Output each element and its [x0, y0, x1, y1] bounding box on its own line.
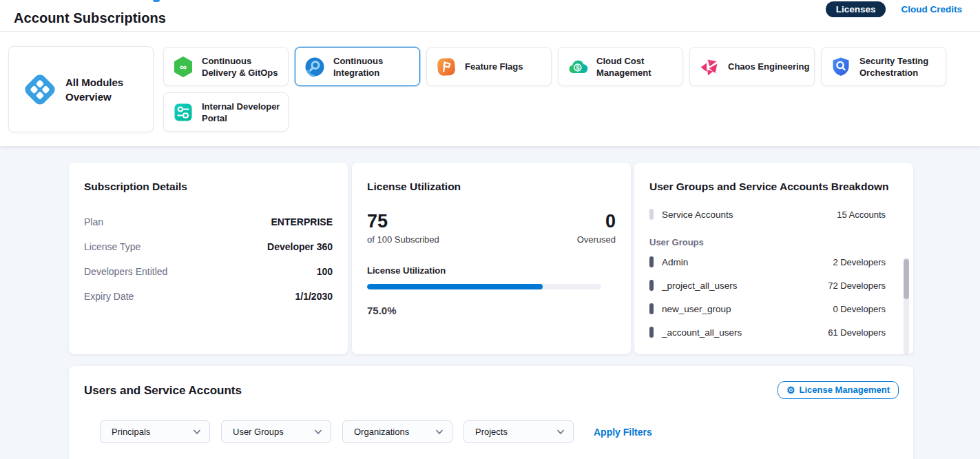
subscription-row-plan: Plan ENTERPRISE [84, 210, 333, 234]
licenses-tab-button[interactable]: Licenses [826, 1, 886, 17]
cloud-credits-link[interactable]: Cloud Credits [901, 4, 962, 14]
feature-flags-icon [435, 56, 457, 78]
projects-filter-dropdown[interactable]: Projects [463, 420, 574, 443]
page-title: Account Subscriptions [14, 10, 166, 26]
module-grid: ∞ Continuous Delivery & GitOps Continuou… [163, 47, 948, 132]
organizations-filter-dropdown[interactable]: Organizations [342, 420, 452, 443]
all-modules-overview-card[interactable]: All Modules Overview [8, 46, 154, 132]
apply-filters-link[interactable]: Apply Filters [594, 427, 652, 438]
license-counts: 75 of 100 Subscribed 0 Overused [367, 211, 616, 245]
user-group-marker [649, 256, 654, 267]
used-count: 75 [367, 211, 439, 232]
breakdown-title: User Groups and Service Accounts Breakdo… [649, 181, 898, 193]
svg-text:∞: ∞ [180, 61, 187, 72]
top-zone: Account Subscriptions Licenses Cloud Cre… [0, 0, 980, 146]
cloud-cost-icon: $ [567, 56, 589, 78]
overused-count-block: 0 Overused [577, 211, 616, 245]
user-group-row: _account_all_users 61 Developers [649, 320, 898, 344]
principals-filter-dropdown[interactable]: Principals [100, 420, 210, 443]
security-testing-icon [830, 56, 852, 78]
breakdown-scrollbar-thumb[interactable] [904, 259, 909, 299]
user-group-row: Admin 2 Developers [649, 250, 898, 274]
subscription-details-card: Subscription Details Plan ENTERPRISE Lic… [69, 163, 348, 354]
module-card-security-testing[interactable]: Security Testing Orchestration [821, 47, 946, 86]
users-section-card: Users and Service Accounts ⚙ License Man… [69, 366, 913, 459]
module-card-chaos-engineering[interactable]: Chaos Engineering [689, 47, 815, 86]
license-utilization-card: License Utilization 75 of 100 Subscribed… [352, 163, 631, 354]
continuous-integration-icon [304, 56, 326, 78]
all-modules-logo-icon [23, 72, 57, 107]
utilization-percent-label: 75.0% [367, 305, 616, 316]
module-card-internal-developer-portal[interactable]: Internal Developer Portal [163, 92, 289, 132]
subscription-details-title: Subscription Details [84, 181, 333, 193]
breakdown-card: User Groups and Service Accounts Breakdo… [634, 163, 913, 354]
service-accounts-row: Service Accounts 15 Accounts [649, 203, 898, 226]
overused-caption: Overused [577, 234, 616, 245]
utilization-bar-label: License Utilization [367, 265, 616, 276]
user-group-row: new_user_group 0 Developers [649, 297, 898, 320]
subscription-row-expiry-date: Expiry Date 1/1/2030 [84, 284, 333, 309]
user-groups-list: Admin 2 Developers _project_all_users 72… [649, 250, 898, 344]
user-group-marker [649, 303, 654, 314]
module-card-cd-gitops[interactable]: ∞ Continuous Delivery & GitOps [163, 47, 289, 86]
user-groups-filter-dropdown[interactable]: User Groups [221, 420, 331, 443]
utilization-progress-fill [367, 284, 543, 289]
chevron-down-icon [314, 429, 322, 435]
svg-text:$: $ [576, 63, 580, 71]
chaos-engineering-icon [698, 56, 720, 78]
cd-gitops-icon: ∞ [172, 56, 194, 78]
chevron-down-icon [435, 429, 444, 435]
service-accounts-marker [649, 209, 654, 220]
chevron-down-icon [556, 429, 565, 435]
header-actions: Licenses Cloud Credits [826, 0, 962, 18]
account-subscriptions-page: Account Subscriptions Licenses Cloud Cre… [0, 0, 980, 459]
gear-icon: ⚙ [786, 385, 795, 395]
overused-count: 0 [577, 211, 616, 232]
module-card-cloud-cost[interactable]: $ Cloud Cost Management [558, 47, 683, 86]
clipped-tab-icon [153, 0, 160, 2]
subscription-row-developers-entitled: Developers Entitled 100 [84, 259, 333, 284]
utilization-progress-track [367, 284, 601, 289]
internal-developer-portal-icon [172, 101, 194, 123]
subscription-row-license-type: License Type Developer 360 [84, 234, 333, 259]
user-groups-heading: User Groups [649, 237, 898, 247]
subscribed-count-block: 75 of 100 Subscribed [367, 211, 439, 245]
chevron-down-icon [193, 429, 201, 435]
breakdown-scrollbar-track [904, 258, 909, 354]
user-group-row: _project_all_users 72 Developers [649, 274, 898, 297]
all-modules-overview-label: All Modules Overview [65, 75, 132, 104]
user-group-marker [649, 327, 654, 338]
module-card-feature-flags[interactable]: Feature Flags [426, 47, 552, 86]
license-management-button[interactable]: ⚙ License Management [778, 381, 899, 399]
module-card-continuous-integration[interactable]: Continuous Integration [295, 47, 420, 86]
license-utilization-title: License Utilization [367, 181, 616, 193]
user-group-marker [649, 280, 654, 291]
used-caption: of 100 Subscribed [367, 234, 439, 245]
users-section-title: Users and Service Accounts [84, 384, 898, 398]
subscription-details-rows: Plan ENTERPRISE License Type Developer 3… [84, 210, 333, 309]
filters-row: Principals User Groups Organizations Pro… [100, 420, 652, 443]
page-header: Account Subscriptions Licenses Cloud Cre… [0, 0, 980, 32]
